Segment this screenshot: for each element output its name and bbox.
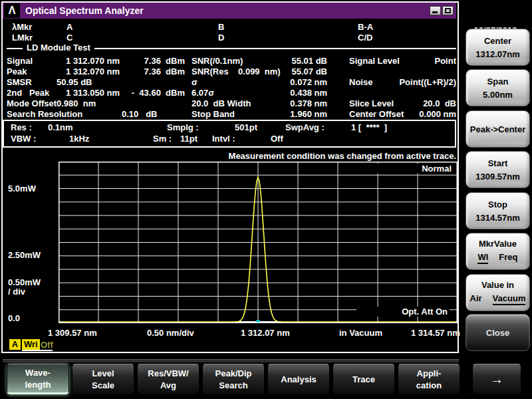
measurement-value: 1 312.070 nm (47, 66, 120, 76)
tab-label: Peak/Dip (215, 368, 252, 378)
tab-label: Scale (92, 380, 114, 390)
measurement-label: σ (192, 77, 198, 87)
swpavg-value: 1 [ **** ] (351, 122, 387, 132)
tab-level-scale[interactable]: LevelScale (72, 364, 134, 394)
softkey-mkr-value[interactable]: MkrValueWlFreq (466, 233, 530, 270)
trace-off-state: Off (41, 340, 53, 350)
tab-label: Appli- (417, 368, 442, 378)
x-center-label: 1 312.07 nm (241, 328, 290, 338)
tab-label: Level (92, 368, 114, 378)
tab-peak-dip-search[interactable]: Peak/DipSearch (202, 364, 265, 394)
softkey-line: 5.00nm (483, 90, 513, 100)
smoothing-label: Sm : (153, 134, 172, 144)
measurement-label: 20.0 dB Width (192, 98, 251, 108)
y-tick-zero: 0.0 (8, 313, 20, 323)
softkey-stop[interactable]: Stop1314.57nm (466, 192, 530, 229)
softkey-close[interactable]: Close (466, 314, 530, 351)
measurement-label: SNR(/0.1nm) (192, 56, 243, 66)
option-vacuum[interactable]: Vacuum (493, 293, 526, 305)
softkey-line: 1314.57nm (475, 213, 520, 223)
measurement-value: 20.0 dB (390, 98, 456, 108)
marker-b-minus-a-label: B-A (358, 22, 373, 32)
smplg-value: 501pt (235, 122, 257, 132)
x-medium-label: in Vacuum (339, 328, 382, 338)
measurement-label: SMSR (7, 77, 32, 87)
softkey-line: Start (488, 158, 508, 168)
option-freq[interactable]: Freq (499, 252, 517, 264)
y-tick-2_5mw: 2.50mW (8, 250, 41, 260)
measurement-value: 7.36 dBm (118, 66, 185, 76)
tab-label: Analysis (281, 374, 316, 384)
softkey-span[interactable]: Span5.00nm (466, 69, 530, 106)
vbw-label: VBW : (11, 134, 36, 144)
restore-button[interactable] (442, 6, 454, 15)
measurement-value: 0.438 nm (266, 88, 327, 98)
measurement-label: Search Resolution (7, 109, 82, 119)
softkey-start[interactable]: Start1309.57nm (466, 151, 530, 188)
softkey-line: Value in (481, 280, 514, 290)
measurement-row: Signal1 312.070 nm7.36 dBmSNR(/0.1nm)55.… (0, 56, 459, 66)
softkey-peak-to-center[interactable]: Peak->Center (466, 110, 530, 148)
spectrum-plot-svg (59, 162, 458, 323)
measurement-label: Stop Band (192, 109, 235, 119)
tab-wavelength[interactable]: Wave-length (7, 364, 69, 394)
tab-label: Search (219, 380, 247, 390)
x-start-label: 1 309.57 nm (48, 328, 97, 338)
measurement-row: Search Resolution0.10 dBStop Band1.960 n… (0, 109, 459, 120)
softkey-line: 1309.57nm (475, 172, 520, 182)
measurement-value: 0.980 nm (57, 98, 96, 108)
measurement-value: 55.07 dB (266, 66, 327, 76)
swpavg-label: SwpAvg : (285, 122, 325, 132)
tab-label: Wave- (25, 368, 51, 378)
measurement-value: 0.000 nm (390, 109, 456, 119)
y-tick-5mw: 5.0mW (8, 184, 36, 194)
marker-c-over-d-label: C/D (358, 33, 372, 43)
option-wl[interactable]: Wl (477, 252, 488, 264)
measurement-row: Peak1 312.070 nm7.36 dBmSNR(Res 0.099 nm… (0, 66, 459, 77)
trace-mode-label: Normal (360, 164, 454, 174)
smplg-label: Smplg : (167, 122, 199, 132)
softkey-line: Stop (488, 200, 507, 209)
measurement-value: 7.36 dBm (118, 56, 185, 66)
measurement-value: 1.960 nm (266, 109, 327, 119)
tab-analysis[interactable]: Analysis (267, 364, 330, 394)
option-air[interactable]: Air (470, 293, 482, 305)
measurement-value: 1 312.070 nm (47, 56, 120, 66)
interval-label: Intvl : (212, 134, 235, 144)
measurement-label: Peak (7, 66, 27, 76)
optical-attenuator-status: Opt. Att On (356, 307, 450, 317)
res-label: Res : (11, 122, 32, 132)
softkey-line: MkrValue (479, 239, 517, 249)
toolbar-strip (3, 359, 459, 362)
measurement-value: 0.378 nm (266, 98, 327, 108)
measurement-value: Point (390, 56, 456, 66)
softkey-line: Center (484, 36, 511, 46)
softkey-line: 1312.07nm (475, 49, 520, 59)
marker-a-label: A (66, 22, 72, 32)
softkey-line: Span (487, 76, 509, 86)
tab-trace[interactable]: Trace (332, 364, 395, 394)
softkey-line: Close (486, 328, 509, 338)
y-scale-per-div-unit: / div (8, 287, 25, 297)
function-toolbar: Wave-lengthLevelScaleRes/VBW/AvgPeak/Dip… (0, 354, 532, 399)
softkey-value-in[interactable]: Value inAirVacuum (466, 274, 530, 311)
interval-value: Off (271, 134, 283, 144)
minimize-button[interactable] (430, 6, 441, 15)
window-title: Optical Spectrum Analyzer (25, 5, 144, 16)
tab-label: length (25, 380, 51, 390)
tab-application[interactable]: Appli-cation (398, 364, 460, 394)
tab-label: cation (416, 380, 442, 390)
tab-more[interactable]: → (472, 364, 521, 394)
measurement-value: 0.072 nm (266, 77, 327, 87)
softkey-center[interactable]: Center1312.07nm (466, 29, 530, 66)
tab-label: → (490, 372, 503, 387)
level-marker-label: LMkr (12, 33, 33, 43)
measurement-value: 0.10 dB (122, 109, 157, 119)
softkey-options: AirVacuum (470, 293, 526, 305)
x-per-div-label: 0.50 nm/div (147, 328, 194, 338)
marker-c-label: C (66, 33, 72, 43)
trace-a-badge: A (9, 339, 21, 350)
measurement-value: 55.01 dB (266, 56, 327, 66)
wavelength-marker-label: λMkr (12, 22, 32, 32)
tab-res-vbw-avg[interactable]: Res/VBW/Avg (137, 364, 200, 394)
